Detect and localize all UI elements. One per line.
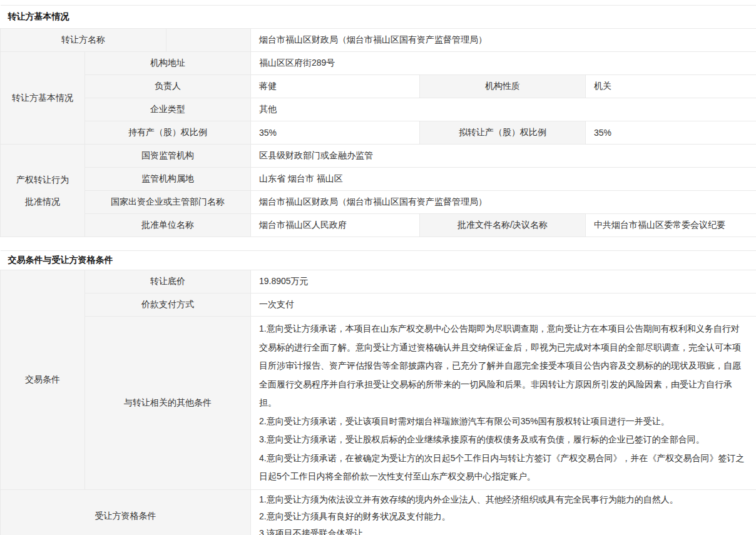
regulator-value: 区县级财政部门或金融办监管 <box>251 145 756 168</box>
enterprise-type-value: 其他 <box>251 98 756 121</box>
row-qualification: 受让方资格条件 1.意向受让方须为依法设立并有效存续的境内外企业法人、其他经济组… <box>1 489 756 535</box>
row-funding-enterprise: 国家出资企业或主管部门名称 烟台市福山区财政局（烟台市福山区国有资产监督管理局） <box>1 191 756 214</box>
approval-group-label: 产权转让行为 批准情况 <box>1 145 85 237</box>
row-regulator-location: 监管机构属地 山东省 烟台市 福山区 <box>1 168 756 191</box>
row-regulator: 产权转让行为 批准情况 国资监管机构 区县级财政部门或金融办监管 <box>1 145 756 168</box>
floor-price-value: 19.8905万元 <box>251 270 756 293</box>
qualification-paragraph: 3.该项目不接受联合体受让。 <box>259 525 748 535</box>
section1-header-row: 转让方基本情况 <box>1 6 756 29</box>
row-transferor-name: 转让方名称 烟台市福山区财政局（烟台市福山区国有资产监督管理局） <box>1 29 756 52</box>
funding-enterprise-label: 国家出资企业或主管部门名称 <box>85 191 251 214</box>
row-payment-method: 价款支付方式 一次支付 <box>1 293 756 317</box>
trade-conditions-table: 交易条件与受让方资格条件 交易条件 转让底价 19.8905万元 价款支付方式 … <box>0 250 756 535</box>
other-conditions-paragraph: 3.意向受让方须承诺，受让股权后标的企业继续承接原有的债权债务及或有负债，履行标… <box>259 431 748 449</box>
row-org-address: 转让方基本情况 机构地址 福山区区府街289号 <box>1 52 756 75</box>
row-other-conditions: 与转让相关的其他条件 1.意向受让方须承诺，本项目在山东产权交易中心公告期即为尽… <box>1 317 756 490</box>
org-address-label: 机构地址 <box>85 52 251 75</box>
approval-group-label-line2: 批准情况 <box>1 191 84 213</box>
holding-ratio-value: 35% <box>251 121 420 145</box>
funding-enterprise-value: 烟台市福山区财政局（烟台市福山区国有资产监督管理局） <box>251 191 756 214</box>
regulator-label: 国资监管机构 <box>85 145 251 168</box>
floor-price-label: 转让底价 <box>85 270 251 293</box>
section2-header-row: 交易条件与受让方资格条件 <box>1 251 756 270</box>
other-conditions-value: 1.意向受让方须承诺，本项目在山东产权交易中心公告期即为尽职调查期，意向受让方在… <box>251 317 756 490</box>
approval-doc-label: 批准文件名称/决议名称 <box>420 214 586 237</box>
regulator-location-label: 监管机构属地 <box>85 168 251 191</box>
approval-group-label-line1: 产权转让行为 <box>1 169 84 191</box>
section2-title: 交易条件与受让方资格条件 <box>1 251 756 270</box>
transferor-name-label-filler <box>166 29 251 52</box>
other-conditions-label: 与转让相关的其他条件 <box>85 317 251 490</box>
regulator-location-value: 山东省 烟台市 福山区 <box>251 168 756 191</box>
other-conditions-paragraph: 1.意向受让方须承诺，本项目在山东产权交易中心公告期即为尽职调查期，意向受让方在… <box>259 320 748 412</box>
holding-ratio-label: 持有产（股）权比例 <box>85 121 251 145</box>
approval-unit-label: 批准单位名称 <box>85 214 251 237</box>
row-enterprise-type: 企业类型 其他 <box>1 98 756 121</box>
other-conditions-paragraph: 4.意向受让方须承诺，在被确定为受让方的次日起5个工作日内与转让方签订《产权交易… <box>259 449 748 486</box>
row-principal: 负责人 蒋健 机构性质 机关 <box>1 75 756 98</box>
row-approval-unit: 批准单位名称 烟台市福山区人民政府 批准文件名称/决议名称 中共烟台市福山区委常… <box>1 214 756 237</box>
transferor-basic-info-table: 转让方基本情况 转让方名称 烟台市福山区财政局（烟台市福山区国有资产监督管理局）… <box>0 5 756 237</box>
transfer-ratio-value: 35% <box>586 121 756 145</box>
section-gap <box>0 237 756 250</box>
payment-method-label: 价款支付方式 <box>85 293 251 317</box>
org-nature-value: 机关 <box>586 75 756 98</box>
section1-title: 转让方基本情况 <box>1 6 756 29</box>
org-nature-label: 机构性质 <box>420 75 586 98</box>
other-conditions-paragraph: 2.意向受让方须承诺，受让该项目时需对烟台祥瑞旅游汽车有限公司35%国有股权转让… <box>259 412 748 431</box>
payment-method-value: 一次支付 <box>251 293 756 317</box>
principal-label: 负责人 <box>85 75 251 98</box>
principal-value: 蒋健 <box>251 75 420 98</box>
transfer-ratio-label: 拟转让产（股）权比例 <box>420 121 586 145</box>
transferor-name-label: 转让方名称 <box>1 29 166 52</box>
approval-unit-value: 烟台市福山区人民政府 <box>251 214 420 237</box>
transferor-name-value: 烟台市福山区财政局（烟台市福山区国有资产监督管理局） <box>251 29 756 52</box>
org-address-value: 福山区区府街289号 <box>251 52 756 75</box>
transfer-detail-page: 转让方基本情况 转让方名称 烟台市福山区财政局（烟台市福山区国有资产监督管理局）… <box>0 0 756 535</box>
qualification-paragraph: 2.意向受让方须具有良好的财务状况及支付能力。 <box>259 508 748 525</box>
qualification-value: 1.意向受让方须为依法设立并有效存续的境内外企业法人、其他经济组织或具有完全民事… <box>251 489 756 535</box>
enterprise-type-label: 企业类型 <box>85 98 251 121</box>
trade-conditions-group-label: 交易条件 <box>1 270 85 490</box>
qualification-label: 受让方资格条件 <box>1 489 251 535</box>
row-floor-price: 交易条件 转让底价 19.8905万元 <box>1 270 756 293</box>
qualification-paragraph: 1.意向受让方须为依法设立并有效存续的境内外企业法人、其他经济组织或具有完全民事… <box>259 491 748 508</box>
basic-info-group-label: 转让方基本情况 <box>1 52 85 145</box>
approval-doc-value: 中共烟台市福山区委常委会议纪要 <box>586 214 756 237</box>
row-holding-ratio: 持有产（股）权比例 35% 拟转让产（股）权比例 35% <box>1 121 756 145</box>
